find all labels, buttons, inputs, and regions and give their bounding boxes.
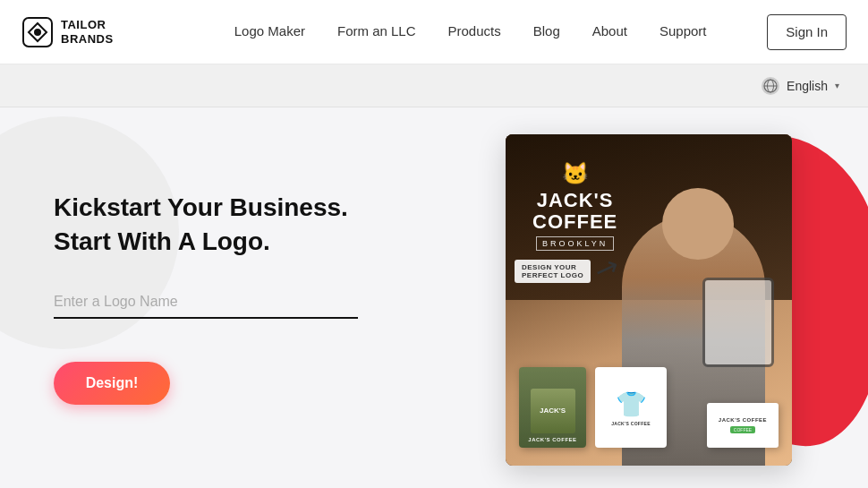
biz-card-tag: COFFEE <box>730 426 755 433</box>
annotation-label: DESIGN YOUR PERFECT LOGO <box>515 260 591 283</box>
nav-item-about[interactable]: About <box>576 0 643 64</box>
globe-icon <box>762 77 779 95</box>
svg-point-1 <box>34 29 41 36</box>
header: TAILOR BRANDS Logo Maker Form an LLC Pro… <box>0 0 868 64</box>
logo-name-input[interactable] <box>54 287 358 319</box>
chevron-down-icon: ▾ <box>835 81 839 90</box>
cat-icon: 🐱 <box>532 161 617 186</box>
logo[interactable]: TAILOR BRANDS <box>21 16 174 48</box>
brand-showcase-card: 🐱 JACK'S COFFEE BROOKLYN DESIGN YOUR PER… <box>506 134 792 466</box>
biz-card-text: JACK'S COFFEE <box>719 417 767 424</box>
business-card-mockup: JACK'S COFFEE COFFEE <box>707 403 779 448</box>
logo-input-group <box>54 287 394 319</box>
tailor-brands-icon <box>21 16 54 48</box>
hero-headline: Kickstart Your Business. Start With A Lo… <box>54 191 394 259</box>
language-label: English <box>787 79 828 93</box>
design-button[interactable]: Design! <box>54 362 170 405</box>
tshirt-mockup: 👕 JACK'S COFFEE <box>595 367 667 448</box>
sign-in-button[interactable]: Sign In <box>767 14 847 50</box>
nav-item-form-llc[interactable]: Form an LLC <box>321 0 432 64</box>
nav-item-products[interactable]: Products <box>432 0 517 64</box>
headline-line1: Kickstart Your Business. <box>54 193 348 221</box>
hero-left: Kickstart Your Business. Start With A Lo… <box>0 107 430 488</box>
nav-item-blog[interactable]: Blog <box>517 0 576 64</box>
main-nav: Logo Maker Form an LLC Products Blog Abo… <box>174 0 767 64</box>
headline-line2: Start With A Logo. <box>54 225 394 259</box>
photo-background: 🐱 JACK'S COFFEE BROOKLYN DESIGN YOUR PER… <box>506 134 792 466</box>
tshirt-label-text: JACK'S COFFEE <box>611 421 651 426</box>
coffee-bag-label: JACK'S COFFEE <box>528 437 576 442</box>
language-selector[interactable]: English ▾ <box>762 77 839 95</box>
coffee-bag-mockup: JACK'S JACK'S COFFEE <box>519 367 586 448</box>
main-content: Kickstart Your Business. Start With A Lo… <box>0 107 868 488</box>
nav-item-support[interactable]: Support <box>643 0 723 64</box>
brand-logo-overlay: 🐱 JACK'S COFFEE BROOKLYN <box>532 161 617 251</box>
tshirt-icon: 👕 <box>616 390 647 419</box>
logo-text: TAILOR BRANDS <box>61 18 114 46</box>
hero-right: 🐱 JACK'S COFFEE BROOKLYN DESIGN YOUR PER… <box>430 107 868 488</box>
brand-name-text: JACK'S COFFEE <box>532 190 617 233</box>
nav-item-logo-maker[interactable]: Logo Maker <box>218 0 321 64</box>
language-bar: English ▾ <box>0 64 868 107</box>
